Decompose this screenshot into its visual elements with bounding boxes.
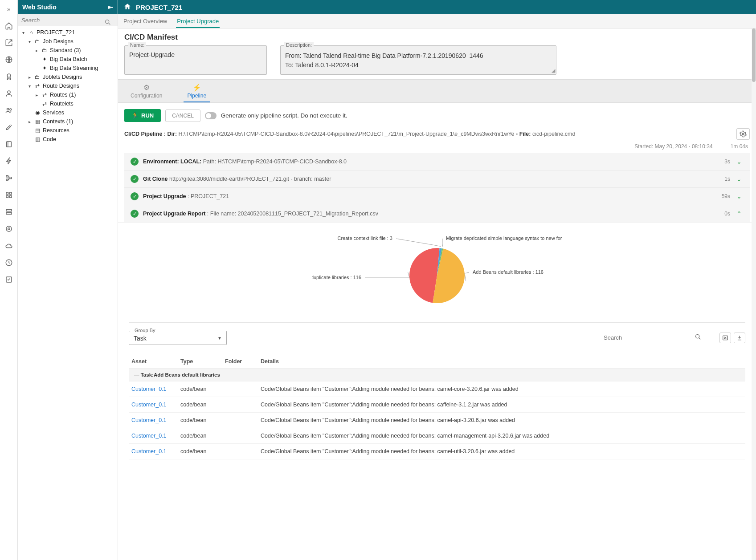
cloud-icon[interactable] [4,240,14,251]
subtab-pipeline[interactable]: ⚡Pipeline [184,82,210,102]
search-icon[interactable] [104,19,111,27]
tree-label: Big Data Batch [50,56,87,62]
chevron-icon[interactable]: ⌃ [735,210,744,217]
chevron-icon[interactable]: ⌄ [735,175,744,183]
server-icon[interactable] [4,207,14,217]
search-icon[interactable] [695,333,702,342]
col-details[interactable]: Details [258,355,745,369]
cell-details: Code/Global Beans item "Customer":Adding… [258,413,745,428]
table-search [604,333,702,343]
book-icon[interactable] [4,139,14,150]
history-icon[interactable] [4,257,14,268]
asset-link[interactable]: Customer_0.1 [131,386,167,392]
subtab-configuration[interactable]: ⚙Configuration [127,82,166,102]
svg-point-3 [7,108,9,110]
checklist-icon[interactable] [4,274,14,285]
chevron-icon[interactable]: ⌄ [735,193,744,200]
globe-icon[interactable] [4,54,14,65]
cell-folder [222,381,258,397]
asset-link[interactable]: Customer_0.1 [131,417,167,423]
tree-node[interactable]: ▸ 🗀 Joblets Designs [18,73,118,81]
tree-label: PROJECT_721 [37,29,75,36]
grid-icon[interactable] [4,190,14,200]
desc-line1: From: Talend Talend Real-time Big Data P… [285,51,552,61]
tree-caret-icon: ▾ [27,39,32,44]
pipeline-step[interactable]: ✓ Project Upgrade : PROJECT_721 59s ⌄ [124,187,750,205]
export-icon[interactable] [4,37,14,48]
excel-export-button[interactable] [719,333,731,343]
tree-node[interactable]: ▸ 🗀 Standard (3) [18,46,118,55]
generate-only-toggle[interactable] [205,112,217,119]
total-time: 1m 04s [731,143,748,150]
scrollbar-track [752,28,756,560]
sidebar-collapse-icon[interactable]: ⇤ [108,4,113,11]
tree-icon[interactable] [4,173,14,183]
desc-value: From: Talend Talend Real-time Big Data P… [285,51,552,70]
tree-label: Joblets Designs [43,74,82,80]
tree-node[interactable]: ▤ Resources [18,126,118,135]
col-type[interactable]: Type [178,355,222,369]
tools-icon[interactable] [4,122,14,133]
expand-rail-icon[interactable]: » [4,4,14,14]
col-folder[interactable]: Folder [222,355,258,369]
pipeline-icon: ⚡ [192,83,201,92]
tab-project-upgrade[interactable]: Project Upgrade [176,15,220,28]
asset-link[interactable]: Customer_0.1 [131,433,167,439]
sidebar-search [18,14,118,26]
check-icon: ✓ [131,192,139,200]
pipeline-step[interactable]: ✓ Git Clone http://gitea:3080/middle-ear… [124,170,750,187]
svg-point-20 [742,133,744,135]
step-detail: http://gitea:3080/middle-earth/PROJECT_7… [169,176,331,182]
tree-node[interactable]: ▸ ▦ Contexts (1) [18,117,118,126]
tree-node[interactable]: ▾ ⇄ Route Designs [18,81,118,90]
project-tree: ▾ ⌂ PROJECT_721▾ 🗀 Job Designs▸ 🗀 Standa… [18,26,118,560]
people-icon[interactable] [4,105,14,116]
sidebar-search-input[interactable] [21,17,114,24]
col-asset[interactable]: Asset [129,355,178,369]
tree-label: Routelets [50,101,74,107]
groupby-select[interactable]: Group By Task ▼ [129,331,227,345]
svg-point-19 [106,20,109,24]
chevron-icon[interactable]: ⌄ [735,158,744,165]
check-icon: ✓ [131,210,139,218]
group-header-row[interactable]: — Task:Add Beans default libraries [129,369,745,381]
tree-node[interactable]: ▾ 🗀 Job Designs [18,37,118,46]
tree-node[interactable]: ▾ ⌂ PROJECT_721 [18,28,118,37]
pipe-file: cicd-pipeline.cmd [532,131,576,137]
download-button[interactable] [734,333,745,343]
tree-node[interactable]: ✦ Big Data Streaming [18,64,118,73]
svc-icon: ◉ [34,109,41,116]
cell-folder [222,413,258,428]
subtab-label: Configuration [131,93,162,99]
asset-link[interactable]: Customer_0.1 [131,402,167,408]
description-field: Description: From: Talend Talend Real-ti… [280,45,556,75]
home-icon[interactable] [4,20,14,31]
tree-label: Resources [43,127,69,134]
pipeline-settings-button[interactable] [736,128,750,140]
bolt-icon[interactable] [4,156,14,166]
tree-node[interactable]: ▸ ⇄ Routes (1) [18,90,118,99]
tree-node[interactable]: ◉ Services [18,108,118,117]
cancel-button[interactable]: CANCEL [165,110,200,122]
table-search-input[interactable] [604,333,702,343]
run-button[interactable]: 🏃 RUN [124,109,161,122]
scrollbar-thumb[interactable] [752,28,756,82]
route-icon: ⇄ [41,91,48,98]
asset-link[interactable]: Customer_0.1 [131,448,167,454]
resize-handle-icon[interactable]: ◢ [552,68,555,73]
target-icon[interactable] [4,223,14,234]
pie-chart: Remove duplicate libraries : 116Create c… [129,229,745,323]
tree-node[interactable]: ▥ Code [18,135,118,144]
sidebar-header: Web Studio ⇤ [18,0,118,14]
spark-icon: ✦ [41,56,48,63]
pipeline-step[interactable]: ✓ Project Upgrade Report : File name: 20… [124,205,750,222]
tree-node[interactable]: ⇄ Routelets [18,99,118,108]
tree-node[interactable]: ✦ Big Data Batch [18,55,118,64]
tab-project-overview[interactable]: Project Overview [123,15,168,28]
started-row: Started: May 20, 2024 - 08:10:34 1m 04s [118,142,756,153]
badge-icon[interactable] [4,71,14,82]
person-icon[interactable] [4,88,14,99]
cell-folder [222,444,258,459]
home-icon[interactable] [123,3,131,12]
pipeline-step[interactable]: ✓ Environment: LOCAL: Path: H:\TCMP\tcmp… [124,153,750,170]
